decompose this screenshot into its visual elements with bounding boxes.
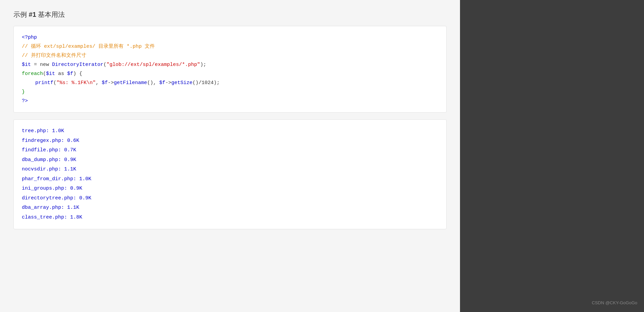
plain-8: , [96,80,102,86]
right-sidebar: CSDN @CKY-GoGoGo [460,0,644,312]
plain-1: = new [31,62,52,68]
string-1: "glob://ext/spl/examples/*.php" [106,62,200,68]
plain-7: ( [53,80,56,86]
output-line-2: findregex.php: 0.6K [22,136,438,146]
keyword-foreach: foreach [22,71,43,77]
section-number: #1 [29,11,36,18]
plain-5: as [55,71,67,77]
code-line-3: // 并打印文件名和文件尺寸 [22,51,438,60]
class-name: DirectoryIterator [52,62,103,68]
code-block: <?php // 循环 ext/spl/examples/ 目录里所有 *.ph… [13,26,447,113]
code-line-4: $it = new DirectoryIterator("glob://ext/… [22,60,438,69]
output-line-7: ini_groups.php: 0.9K [22,184,438,194]
output-line-5: nocvsdir.php: 1.1K [22,165,438,174]
var-it: $it [22,62,31,68]
string-2: "%s: %.1FK\n" [56,80,96,86]
brace-close: } [22,89,25,95]
output-line-4: dba_dump.php: 0.9K [22,155,438,165]
output-block: tree.php: 1.0K findregex.php: 0.6K findf… [13,119,447,229]
output-line-8: directorytree.php: 0.9K [22,194,438,203]
func-getfilename: getFilename [114,80,147,86]
plain-9: -> [108,80,114,86]
plain-4: ( [43,71,46,77]
code-line-7: } [22,87,438,96]
plain-3: ); [200,62,206,68]
plain-11: -> [165,80,171,86]
code-line-8: ?> [22,96,438,106]
watermark: CSDN @CKY-GoGoGo [592,300,637,305]
var-f-2: $f [102,80,108,86]
func-getsize: getSize [171,80,192,86]
plain-2: ( [103,62,106,68]
plain-12: ()/1024); [192,80,220,86]
code-line-1: <?php [22,33,438,42]
output-line-6: phar_from_dir.php: 1.0K [22,174,438,184]
code-line-5: foreach($it as $f) { [22,69,438,78]
php-open-tag: <?php [22,35,37,40]
output-line-10: class_tree.php: 1.8K [22,213,438,223]
var-f-3: $f [159,80,165,86]
comment-2: // 并打印文件名和文件尺寸 [22,53,86,58]
output-line-9: dba_array.php: 1.1K [22,203,438,213]
watermark-text: CSDN @CKY-GoGoGo [592,300,637,305]
func-printf: printf [35,80,53,86]
main-content: 示例 #1 基本用法 <?php // 循环 ext/spl/examples/… [0,0,460,312]
plain-6: ) { [73,71,82,77]
plain-10: (), [147,80,159,86]
var-f: $f [67,71,73,77]
output-line-3: findfile.php: 0.7K [22,146,438,155]
output-line-1: tree.php: 1.0K [22,126,438,136]
code-line-2: // 循环 ext/spl/examples/ 目录里所有 *.php 文件 [22,42,438,51]
var-it-2: $it [46,71,55,77]
comment-1: // 循环 ext/spl/examples/ 目录里所有 *.php 文件 [22,44,155,49]
php-close-tag: ?> [22,98,28,104]
section-title: 示例 #1 基本用法 [13,10,447,19]
code-line-6: printf("%s: %.1FK\n", $f->getFilename(),… [22,78,438,87]
